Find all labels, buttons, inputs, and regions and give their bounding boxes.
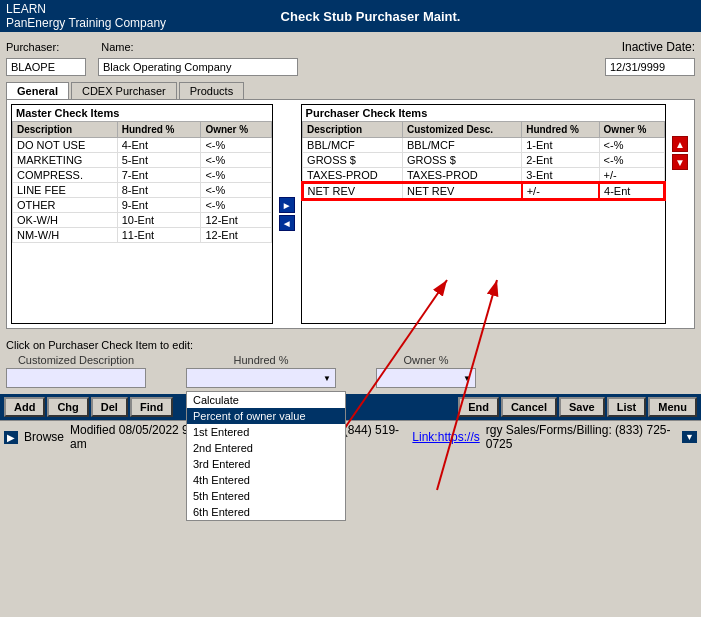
edit-section: Click on Purchaser Check Item to edit: C… bbox=[0, 335, 701, 392]
owner-select[interactable]: ▼ bbox=[376, 368, 476, 388]
table-row[interactable]: OTHER9-Ent<-% bbox=[13, 198, 272, 213]
table-cell: +/- bbox=[599, 168, 664, 184]
inactive-label: Inactive Date: bbox=[622, 40, 695, 54]
table-cell: <-% bbox=[201, 138, 271, 153]
custom-desc-input[interactable] bbox=[6, 368, 146, 388]
table-cell: 4-Ent bbox=[599, 183, 664, 199]
table-cell: TAXES-PROD bbox=[303, 168, 403, 184]
browse-icon: ▶ bbox=[4, 431, 18, 444]
table-cell: GROSS $ bbox=[402, 153, 521, 168]
app-company: PanEnergy Training Company bbox=[6, 16, 166, 30]
tab-content: Master Check Items Description Hundred %… bbox=[6, 99, 695, 329]
table-cell: NET REV bbox=[402, 183, 521, 199]
table-cell: 9-Ent bbox=[117, 198, 201, 213]
purchaser-input[interactable] bbox=[6, 58, 86, 76]
del-button[interactable]: Del bbox=[91, 397, 128, 417]
table-cell: MARKETING bbox=[13, 153, 118, 168]
end-button[interactable]: End bbox=[458, 397, 499, 417]
table-row[interactable]: TAXES-PRODTAXES-PROD3-Ent+/- bbox=[303, 168, 664, 184]
dropdown-item-5th[interactable]: 5th Entered bbox=[187, 488, 345, 504]
master-col-hundred: Hundred % bbox=[117, 122, 201, 138]
table-cell: 5-Ent bbox=[117, 153, 201, 168]
tabs-container: General CDEX Purchaser Products bbox=[6, 82, 695, 99]
header-inputs-row bbox=[6, 58, 695, 76]
name-label: Name: bbox=[101, 41, 133, 53]
custom-desc-group: Customized Description bbox=[6, 354, 146, 388]
table-cell: COMPRESS. bbox=[13, 168, 118, 183]
table-row[interactable]: COMPRESS.7-Ent<-% bbox=[13, 168, 272, 183]
right-arrows: ▲ ▼ bbox=[670, 134, 690, 324]
table-row[interactable]: DO NOT USE4-Ent<-% bbox=[13, 138, 272, 153]
dropdown-item-6th[interactable]: 6th Entered bbox=[187, 504, 345, 520]
inactive-input[interactable] bbox=[605, 58, 695, 76]
middle-arrows: ► ◄ bbox=[277, 104, 297, 324]
dropdown-item-calculate[interactable]: Calculate bbox=[187, 392, 345, 408]
edit-label: Click on Purchaser Check Item to edit: bbox=[6, 339, 695, 351]
dropdown-item-1st[interactable]: 1st Entered bbox=[187, 424, 345, 440]
main-window: Purchaser: Name: Inactive Date: General … bbox=[0, 32, 701, 333]
table-row[interactable]: BBL/MCFBBL/MCF1-Ent<-% bbox=[303, 138, 664, 153]
table-row[interactable]: OK-W/H10-Ent12-Ent bbox=[13, 213, 272, 228]
move-down-btn[interactable]: ▼ bbox=[672, 154, 688, 170]
tab-cdex[interactable]: CDEX Purchaser bbox=[71, 82, 177, 99]
sales-label: rgy Sales/Forms/Billing: (833) 725-0725 bbox=[486, 423, 676, 451]
master-check-title: Master Check Items bbox=[12, 105, 272, 121]
table-row[interactable]: MARKETING5-Ent<-% bbox=[13, 153, 272, 168]
purchaser-check-table: Description Customized Desc. Hundred % O… bbox=[302, 121, 665, 200]
remove-from-purchaser-btn[interactable]: ◄ bbox=[279, 215, 295, 231]
purchaser-label: Purchaser: bbox=[6, 41, 59, 53]
table-cell: <-% bbox=[201, 198, 271, 213]
status-icon: ▼ bbox=[682, 431, 697, 443]
form-title: Check Stub Purchaser Maint. bbox=[166, 9, 575, 24]
dropdown-item-4th[interactable]: 4th Entered bbox=[187, 472, 345, 488]
master-col-desc: Description bbox=[13, 122, 118, 138]
tab-general[interactable]: General bbox=[6, 82, 69, 99]
purch-col-custom: Customized Desc. bbox=[402, 122, 521, 138]
cancel-button[interactable]: Cancel bbox=[501, 397, 557, 417]
dropdown-item-percent[interactable]: Percent of owner value bbox=[187, 408, 345, 424]
move-up-btn[interactable]: ▲ bbox=[672, 136, 688, 152]
owner-dropdown-arrow: ▼ bbox=[463, 374, 471, 383]
title-bar: LEARN PanEnergy Training Company Check S… bbox=[0, 0, 701, 32]
link-label[interactable]: Link:https://s bbox=[412, 430, 479, 444]
save-button[interactable]: Save bbox=[559, 397, 605, 417]
table-cell: BBL/MCF bbox=[303, 138, 403, 153]
master-check-table: Description Hundred % Owner % DO NOT USE… bbox=[12, 121, 272, 243]
purch-col-desc: Description bbox=[303, 122, 403, 138]
custom-desc-label: Customized Description bbox=[6, 354, 146, 366]
menu-button[interactable]: Menu bbox=[648, 397, 697, 417]
table-row[interactable]: NM-W/H11-Ent12-Ent bbox=[13, 228, 272, 243]
edit-fields: Customized Description Hundred % ▼ Calcu… bbox=[6, 354, 695, 388]
header-row: Purchaser: Name: Inactive Date: bbox=[6, 40, 695, 54]
add-to-purchaser-btn[interactable]: ► bbox=[279, 197, 295, 213]
table-row[interactable]: LINE FEE8-Ent<-% bbox=[13, 183, 272, 198]
hundred-dropdown: Calculate Percent of owner value 1st Ent… bbox=[186, 391, 346, 521]
dropdown-item-3rd[interactable]: 3rd Entered bbox=[187, 456, 345, 472]
hundred-dropdown-arrow: ▼ bbox=[323, 374, 331, 383]
hundred-group: Hundred % ▼ Calculate Percent of owner v… bbox=[186, 354, 336, 388]
table-cell: 1-Ent bbox=[522, 138, 599, 153]
hundred-select[interactable]: ▼ bbox=[186, 368, 336, 388]
dropdown-item-2nd[interactable]: 2nd Entered bbox=[187, 440, 345, 456]
table-cell: <-% bbox=[201, 183, 271, 198]
table-row[interactable]: GROSS $GROSS $2-Ent<-% bbox=[303, 153, 664, 168]
purch-col-hundred: Hundred % bbox=[522, 122, 599, 138]
add-button[interactable]: Add bbox=[4, 397, 45, 417]
table-cell: <-% bbox=[201, 168, 271, 183]
tab-products[interactable]: Products bbox=[179, 82, 244, 99]
master-check-section: Master Check Items Description Hundred %… bbox=[11, 104, 273, 324]
table-cell: 10-Ent bbox=[117, 213, 201, 228]
app-learn: LEARN bbox=[6, 2, 166, 16]
name-input[interactable] bbox=[98, 58, 298, 76]
table-cell: 7-Ent bbox=[117, 168, 201, 183]
find-button[interactable]: Find bbox=[130, 397, 173, 417]
table-cell: <-% bbox=[599, 153, 664, 168]
purchaser-check-title: Purchaser Check Items bbox=[302, 105, 665, 121]
hundred-pct-label: Hundred % bbox=[186, 354, 336, 366]
purchaser-check-section: Purchaser Check Items Description Custom… bbox=[301, 104, 666, 324]
table-cell: OK-W/H bbox=[13, 213, 118, 228]
chg-button[interactable]: Chg bbox=[47, 397, 88, 417]
list-button[interactable]: List bbox=[607, 397, 647, 417]
table-row[interactable]: NET REVNET REV+/-4-Ent bbox=[303, 183, 664, 199]
table-cell: LINE FEE bbox=[13, 183, 118, 198]
